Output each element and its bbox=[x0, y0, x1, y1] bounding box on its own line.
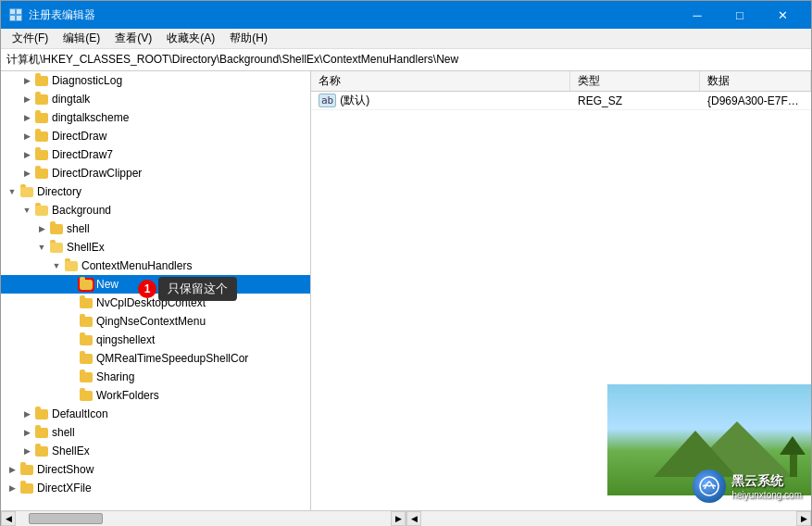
tree-label: DirectShow bbox=[37, 463, 94, 476]
tree-item-shell2[interactable]: ▶ shell bbox=[1, 423, 310, 442]
tree-label: WorkFolders bbox=[96, 389, 159, 402]
menu-favorites[interactable]: 收藏夹(A) bbox=[159, 29, 222, 48]
toggle-icon bbox=[64, 294, 79, 312]
tree-item-sharing[interactable]: Sharing bbox=[1, 368, 310, 386]
scenery-mountain1 bbox=[681, 421, 793, 477]
details-empty-area: 黑云系统 heiyunxtong.com bbox=[311, 110, 811, 510]
toggle-icon[interactable]: ▶ bbox=[19, 90, 34, 108]
menu-view[interactable]: 查看(V) bbox=[107, 29, 159, 48]
tree-hscroll-track[interactable] bbox=[16, 511, 391, 526]
detail-hscroll-track[interactable] bbox=[421, 511, 796, 526]
toggle-icon[interactable]: ▶ bbox=[5, 460, 19, 479]
detail-scroll-left[interactable]: ◀ bbox=[406, 511, 421, 526]
watermark-logo-circle bbox=[693, 470, 726, 503]
window-controls: ─ □ ✕ bbox=[676, 1, 804, 29]
tree-item-background[interactable]: ▼ Background bbox=[1, 201, 310, 219]
toggle-icon[interactable]: ▼ bbox=[49, 257, 64, 275]
tree-item-dingtalkscheme[interactable]: ▶ dingtalkscheme bbox=[1, 108, 310, 127]
toggle-icon[interactable]: ▶ bbox=[19, 423, 34, 442]
folder-icon bbox=[79, 295, 94, 310]
col-type: 类型 bbox=[570, 71, 700, 91]
address-path: 计算机\HKEY_CLASSES_ROOT\Directory\Backgrou… bbox=[6, 52, 458, 68]
tree-hscroll-thumb[interactable] bbox=[29, 513, 103, 524]
menu-help[interactable]: 帮助(H) bbox=[222, 29, 275, 48]
tree-item-directdrawclipper[interactable]: ▶ DirectDrawClipper bbox=[1, 164, 310, 182]
folder-icon bbox=[49, 240, 64, 255]
tree-label: dingtalkscheme bbox=[52, 111, 129, 124]
folder-icon bbox=[49, 221, 64, 236]
reg-value-name: (默认) bbox=[340, 93, 369, 108]
toggle-icon[interactable]: ▶ bbox=[34, 219, 49, 238]
scenery-tree-top bbox=[780, 436, 806, 455]
menu-edit[interactable]: 编辑(E) bbox=[56, 29, 107, 48]
toggle-icon bbox=[64, 275, 79, 294]
close-button[interactable]: ✕ bbox=[761, 1, 804, 29]
toggle-icon[interactable]: ▼ bbox=[5, 182, 19, 201]
tree-item-nvcpl[interactable]: NvCplDesktopContext bbox=[1, 294, 310, 312]
scroll-left-arrow[interactable]: ◀ bbox=[1, 511, 16, 526]
tree-item-qingshellext[interactable]: qingshellext bbox=[1, 331, 310, 349]
detail-scroll-right[interactable]: ▶ bbox=[796, 511, 811, 526]
toggle-icon[interactable]: ▶ bbox=[19, 442, 34, 460]
toggle-icon[interactable]: ▼ bbox=[34, 238, 49, 257]
details-panel: 名称 类型 数据 ab (默认) REG_SZ {D969A300-E7FF-1… bbox=[311, 71, 811, 510]
toggle-icon[interactable]: ▶ bbox=[19, 127, 34, 145]
tree-item-shell[interactable]: ▶ shell bbox=[1, 219, 310, 238]
tree-item-new[interactable]: New bbox=[1, 275, 310, 294]
watermark-container: 黑云系统 heiyunxtong.com bbox=[693, 470, 802, 503]
folder-icon bbox=[34, 444, 49, 458]
toggle-icon[interactable]: ▼ bbox=[19, 201, 34, 219]
folder-icon bbox=[34, 92, 49, 106]
tree-label: ShellEx bbox=[67, 241, 105, 254]
toggle-icon[interactable]: ▶ bbox=[19, 71, 34, 90]
scroll-right-arrow[interactable]: ▶ bbox=[391, 511, 406, 526]
menu-file[interactable]: 文件(F) bbox=[5, 29, 56, 48]
folder-icon bbox=[34, 166, 49, 181]
tree-item-directory[interactable]: ▼ Directory bbox=[1, 182, 310, 201]
folder-icon bbox=[19, 481, 34, 495]
folder-icon bbox=[34, 203, 49, 218]
tree-item-dingtalk[interactable]: ▶ dingtalk bbox=[1, 90, 310, 108]
tree-item-workfolders[interactable]: WorkFolders bbox=[1, 386, 310, 405]
watermark-brand: 黑云系统 bbox=[731, 473, 783, 490]
minimize-button[interactable]: ─ bbox=[676, 1, 718, 29]
watermark-text: 黑云系统 heiyunxtong.com bbox=[731, 473, 802, 500]
tree-item-directshow[interactable]: ▶ DirectShow bbox=[1, 460, 310, 479]
regedit-icon bbox=[8, 7, 23, 22]
bottom-scrollbar[interactable]: ◀ ▶ ◀ ▶ bbox=[1, 510, 811, 525]
toggle-icon[interactable]: ▶ bbox=[5, 479, 19, 497]
tree-label: shell bbox=[67, 222, 90, 235]
tree-item-defaulticon[interactable]: ▶ DefaultIcon bbox=[1, 405, 310, 423]
window-title: 注册表编辑器 bbox=[29, 7, 676, 23]
tree-item-qmrealtime[interactable]: QMRealTimeSpeedupShellCor bbox=[1, 349, 310, 368]
toggle-icon[interactable]: ▶ bbox=[19, 108, 34, 127]
tree-label: DirectDrawClipper bbox=[52, 167, 142, 180]
tree-item-directxfile[interactable]: ▶ DirectXFile bbox=[1, 479, 310, 497]
toggle-icon[interactable]: ▶ bbox=[19, 405, 34, 423]
folder-icon bbox=[79, 388, 94, 403]
tree-label: dingtalk bbox=[52, 93, 90, 106]
cell-data: {D969A300-E7FF-11d0 bbox=[700, 93, 811, 109]
tree-item-diagnosticlog[interactable]: ▶ DiagnosticLog bbox=[1, 71, 310, 90]
details-row-default[interactable]: ab (默认) REG_SZ {D969A300-E7FF-11d0 bbox=[311, 92, 811, 110]
tree-label: Background bbox=[52, 204, 111, 217]
tree-item-shellex[interactable]: ▼ ShellEx bbox=[1, 238, 310, 257]
tree-label: qingshellext bbox=[96, 333, 155, 346]
folder-icon bbox=[34, 73, 49, 88]
main-content: ▶ DiagnosticLog ▶ dingtalk ▶ dingtalksch… bbox=[1, 71, 811, 510]
tree-item-shellex2[interactable]: ▶ ShellEx bbox=[1, 442, 310, 460]
address-bar: 计算机\HKEY_CLASSES_ROOT\Directory\Backgrou… bbox=[1, 49, 811, 71]
tree-item-contextmenuhandlers[interactable]: ▼ ContextMenuHandlers bbox=[1, 257, 310, 275]
svg-rect-3 bbox=[10, 16, 15, 20]
toggle-icon[interactable]: ▶ bbox=[19, 145, 34, 164]
folder-icon bbox=[34, 129, 49, 144]
cell-type: REG_SZ bbox=[570, 93, 700, 109]
col-data: 数据 bbox=[700, 71, 811, 91]
tree-panel[interactable]: ▶ DiagnosticLog ▶ dingtalk ▶ dingtalksch… bbox=[1, 71, 311, 510]
maximize-button[interactable]: □ bbox=[718, 1, 761, 29]
tree-item-qingnse[interactable]: QingNseContextMenu bbox=[1, 312, 310, 331]
toggle-icon[interactable]: ▶ bbox=[19, 164, 34, 182]
tree-item-directdraw7[interactable]: ▶ DirectDraw7 bbox=[1, 145, 310, 164]
tree-label: NvCplDesktopContext bbox=[96, 296, 206, 309]
tree-item-directdraw[interactable]: ▶ DirectDraw bbox=[1, 127, 310, 145]
